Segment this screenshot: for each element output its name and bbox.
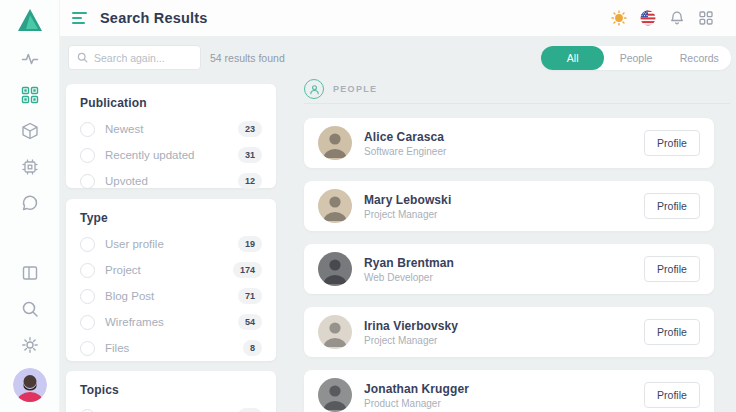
avatar bbox=[318, 126, 352, 160]
user-avatar[interactable] bbox=[13, 368, 47, 402]
filter-label: Blog Post bbox=[105, 290, 154, 302]
filter-option-upvoted[interactable]: Upvoted 12 bbox=[80, 168, 262, 194]
hamburger-menu-icon[interactable] bbox=[72, 12, 88, 24]
person-card: Irina Vierbovsky Project Manager Profile bbox=[304, 307, 714, 357]
filter-option-wireframes[interactable]: Wireframes 54 bbox=[80, 309, 262, 335]
person-role: Web Developer bbox=[364, 272, 454, 283]
filter-panel-topics: Topics Engineering 45 bbox=[66, 371, 276, 412]
avatar bbox=[318, 378, 352, 412]
person-name: Irina Vierbovsky bbox=[364, 319, 458, 333]
filter-label: User profile bbox=[105, 238, 164, 250]
radio-button[interactable] bbox=[80, 174, 95, 189]
results-tabs: All People Records bbox=[541, 46, 731, 70]
app-logo-triangle-icon[interactable] bbox=[17, 8, 43, 32]
radio-button[interactable] bbox=[80, 263, 95, 278]
count-badge: 23 bbox=[238, 121, 262, 137]
search-input[interactable] bbox=[94, 52, 192, 64]
theme-sun-icon[interactable] bbox=[611, 10, 627, 26]
filter-option-newest[interactable]: Newest 23 bbox=[80, 116, 262, 142]
notifications-bell-icon[interactable] bbox=[669, 10, 685, 26]
radio-button[interactable] bbox=[80, 148, 95, 163]
filter-label: Files bbox=[105, 342, 129, 354]
filter-panel-publication: Publication Newest 23 Recently updated 3… bbox=[66, 84, 276, 188]
count-badge: 54 bbox=[238, 314, 262, 330]
avatar bbox=[318, 252, 352, 286]
filter-option-project[interactable]: Project 174 bbox=[80, 257, 262, 283]
profile-button[interactable]: Profile bbox=[644, 193, 700, 219]
cpu-icon[interactable] bbox=[21, 158, 39, 176]
chat-bubble-icon[interactable] bbox=[21, 194, 39, 212]
settings-gear-icon[interactable] bbox=[21, 336, 39, 354]
radio-button[interactable] bbox=[80, 341, 95, 356]
radio-button[interactable] bbox=[80, 315, 95, 330]
person-name: Ryan Brentman bbox=[364, 256, 454, 270]
count-badge: 19 bbox=[238, 236, 262, 252]
results-count: 54 results found bbox=[210, 52, 285, 64]
panel-title: Type bbox=[80, 211, 262, 225]
panel-title: Publication bbox=[80, 96, 262, 110]
filter-label: Upvoted bbox=[105, 175, 148, 187]
search-icon[interactable] bbox=[21, 300, 39, 318]
divider bbox=[304, 103, 730, 104]
layout-columns-icon[interactable] bbox=[21, 264, 39, 282]
person-role: Product Manager bbox=[364, 398, 469, 409]
filter-option-files[interactable]: Files 8 bbox=[80, 335, 262, 361]
person-name: Alice Carasca bbox=[364, 130, 446, 144]
search-icon bbox=[77, 52, 88, 63]
count-badge: 8 bbox=[243, 340, 262, 356]
person-card: Mary Lebowski Project Manager Profile bbox=[304, 181, 714, 231]
sidebar bbox=[0, 0, 60, 412]
package-cube-icon[interactable] bbox=[21, 122, 39, 140]
person-name: Mary Lebowski bbox=[364, 193, 451, 207]
count-badge: 31 bbox=[238, 147, 262, 163]
filter-label: Project bbox=[105, 264, 141, 276]
radio-button[interactable] bbox=[80, 122, 95, 137]
activity-icon[interactable] bbox=[21, 50, 39, 68]
count-badge: 71 bbox=[238, 288, 262, 304]
person-card: Ryan Brentman Web Developer Profile bbox=[304, 244, 714, 294]
panel-title: Topics bbox=[80, 383, 262, 397]
person-role: Project Manager bbox=[364, 209, 451, 220]
tab-people[interactable]: People bbox=[604, 46, 667, 70]
filter-option-engineering[interactable]: Engineering 45 bbox=[80, 403, 262, 412]
profile-button[interactable]: Profile bbox=[644, 256, 700, 282]
count-badge: 174 bbox=[233, 262, 262, 278]
tab-all[interactable]: All bbox=[541, 46, 604, 70]
radio-button[interactable] bbox=[80, 289, 95, 304]
person-card: Jonathan Krugger Product Manager Profile bbox=[304, 370, 714, 412]
profile-button[interactable]: Profile bbox=[644, 382, 700, 408]
filter-option-blog-post[interactable]: Blog Post 71 bbox=[80, 283, 262, 309]
count-badge: 45 bbox=[238, 408, 262, 412]
page-title: Search Results bbox=[100, 10, 208, 26]
filter-panel-type: Type User profile 19 Project 174 Blog Po… bbox=[66, 199, 276, 361]
header: Search Results bbox=[60, 0, 736, 36]
tab-records[interactable]: Records bbox=[668, 46, 731, 70]
apps-grid-icon[interactable] bbox=[698, 10, 714, 26]
profile-button[interactable]: Profile bbox=[644, 319, 700, 345]
people-section-label: PEOPLE bbox=[333, 84, 377, 94]
filter-option-user-profile[interactable]: User profile 19 bbox=[80, 231, 262, 257]
radio-button[interactable] bbox=[80, 409, 95, 412]
filter-option-recently-updated[interactable]: Recently updated 31 bbox=[80, 142, 262, 168]
radio-button[interactable] bbox=[80, 237, 95, 252]
people-section-header: PEOPLE bbox=[304, 79, 377, 99]
search-box bbox=[68, 45, 201, 70]
profile-button[interactable]: Profile bbox=[644, 130, 700, 156]
people-results-list: Alice Carasca Software Engineer Profile … bbox=[304, 118, 714, 412]
avatar bbox=[318, 189, 352, 223]
avatar bbox=[318, 315, 352, 349]
person-name: Jonathan Krugger bbox=[364, 382, 469, 396]
filter-label: Recently updated bbox=[105, 149, 195, 161]
person-icon bbox=[304, 79, 324, 99]
dashboard-grid-icon[interactable] bbox=[21, 86, 39, 104]
count-badge: 12 bbox=[238, 173, 262, 189]
person-card: Alice Carasca Software Engineer Profile bbox=[304, 118, 714, 168]
filter-label: Newest bbox=[105, 123, 143, 135]
filter-label: Wireframes bbox=[105, 316, 164, 328]
person-role: Software Engineer bbox=[364, 146, 446, 157]
person-role: Project Manager bbox=[364, 335, 458, 346]
language-flag-us-icon[interactable] bbox=[640, 10, 656, 26]
